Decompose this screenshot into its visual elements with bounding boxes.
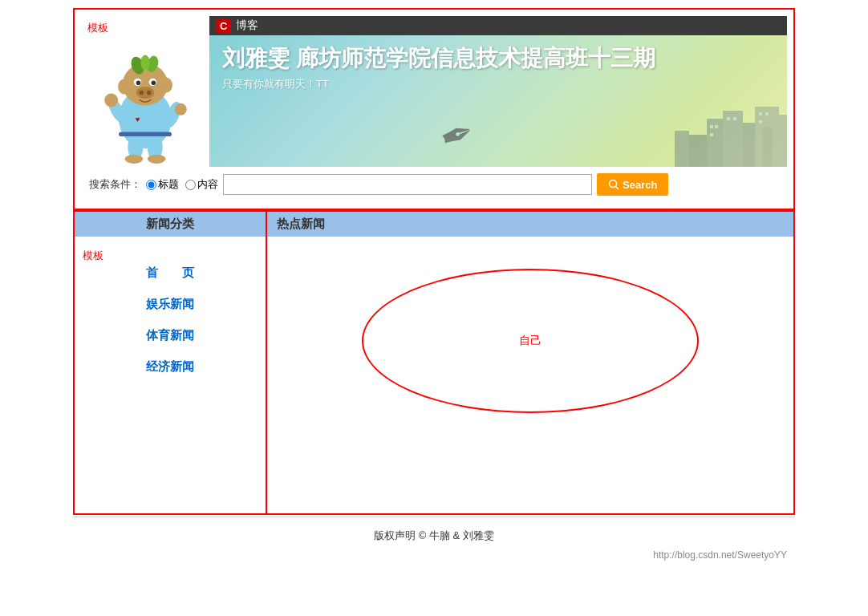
svg-point-17 <box>175 103 187 116</box>
search-radio-group: 标题 内容 <box>146 177 218 192</box>
svg-point-9 <box>136 80 141 85</box>
mascot-area: 模板 <box>81 16 209 167</box>
svg-rect-33 <box>715 125 718 128</box>
search-row: 搜索条件： 标题 内容 Search <box>81 167 787 202</box>
svg-rect-29 <box>689 135 707 167</box>
svg-text:♥: ♥ <box>136 115 140 124</box>
svg-rect-37 <box>759 112 762 116</box>
sidebar-muban-label: 模板 <box>83 249 103 263</box>
svg-point-13 <box>147 91 152 95</box>
search-button[interactable]: Search <box>597 173 668 196</box>
search-label: 搜索条件： <box>89 177 141 192</box>
svg-rect-35 <box>727 117 730 120</box>
radio-title-label[interactable]: 标题 <box>146 177 179 192</box>
svg-rect-38 <box>765 112 769 116</box>
sidebar-nav: 首 页 娱乐新闻 体育新闻 经济新闻 <box>75 249 266 391</box>
radio-title[interactable] <box>146 180 156 190</box>
radio-content-label[interactable]: 内容 <box>185 177 218 192</box>
sidebar-item-home[interactable]: 首 页 <box>146 265 194 279</box>
main-content: 新闻分类 模板 首 页 娱乐新闻 体育新闻 经济新闻 热点新闻 <box>73 210 795 515</box>
svg-point-4 <box>140 55 149 70</box>
radio-content-text: 内容 <box>197 177 218 192</box>
svg-point-40 <box>610 180 617 188</box>
svg-rect-39 <box>759 120 762 124</box>
svg-point-20 <box>125 155 144 164</box>
svg-point-10 <box>152 80 156 85</box>
svg-rect-30 <box>763 127 773 167</box>
news-title: 热点新闻 <box>267 212 793 237</box>
url-text: http://blog.csdn.net/SweetyoYY <box>653 549 787 561</box>
svg-point-6 <box>160 78 172 93</box>
svg-rect-32 <box>710 125 713 128</box>
svg-point-5 <box>118 79 130 95</box>
svg-point-11 <box>136 87 155 99</box>
svg-rect-26 <box>743 123 755 167</box>
svg-rect-34 <box>710 133 713 136</box>
news-content: 自己 <box>267 237 793 477</box>
banner-title: 刘雅雯 廊坊师范学院信息技术提高班十三期 <box>222 43 774 74</box>
search-input[interactable] <box>223 174 592 195</box>
svg-rect-28 <box>675 131 689 167</box>
sidebar-item-sports[interactable]: 体育新闻 <box>146 328 194 342</box>
svg-rect-31 <box>773 115 787 167</box>
banner-top-bar: C 博客 <box>209 16 787 35</box>
footer-url: http://blog.csdn.net/SweetyoYY <box>73 546 795 564</box>
city-skyline <box>466 95 787 167</box>
sidebar-title: 新闻分类 <box>75 212 266 237</box>
list-item: 经济新闻 <box>75 351 266 383</box>
banner-area: C 博客 刘雅雯 廊坊师范学院信息技术提高班十三期 只要有你就有明天！TT ✒ <box>209 16 787 167</box>
search-button-label: Search <box>623 179 657 191</box>
radio-content[interactable] <box>185 180 196 190</box>
svg-point-16 <box>104 93 118 107</box>
search-icon <box>608 179 619 190</box>
blog-label: 博客 <box>236 18 258 33</box>
red-oval: 自己 <box>362 269 699 413</box>
svg-rect-25 <box>723 111 743 167</box>
news-area: 热点新闻 自己 <box>267 212 793 513</box>
header-block: 模板 <box>73 8 795 210</box>
csdn-icon: C <box>216 19 231 33</box>
radio-title-text: 标题 <box>158 177 179 192</box>
svg-line-41 <box>616 187 619 190</box>
list-item: 体育新闻 <box>75 320 266 351</box>
footer-copyright: 版权声明 © 牛腩 & 刘雅雯 <box>73 517 795 546</box>
list-item: 娱乐新闻 <box>75 289 266 320</box>
oval-text: 自己 <box>519 334 541 348</box>
svg-rect-23 <box>119 132 172 136</box>
svg-point-21 <box>148 155 166 164</box>
svg-point-12 <box>139 91 144 95</box>
sidebar: 新闻分类 模板 首 页 娱乐新闻 体育新闻 经济新闻 <box>75 212 267 513</box>
svg-rect-36 <box>733 117 736 120</box>
banner-subtitle: 只要有你就有明天！TT <box>222 77 774 91</box>
mascot-image: ♥ <box>93 35 197 164</box>
copyright-text: 版权声明 © 牛腩 & 刘雅雯 <box>374 529 494 541</box>
sidebar-item-economy[interactable]: 经济新闻 <box>146 359 194 373</box>
header-muban-label: 模板 <box>87 21 108 35</box>
sidebar-item-entertainment[interactable]: 娱乐新闻 <box>146 297 194 310</box>
